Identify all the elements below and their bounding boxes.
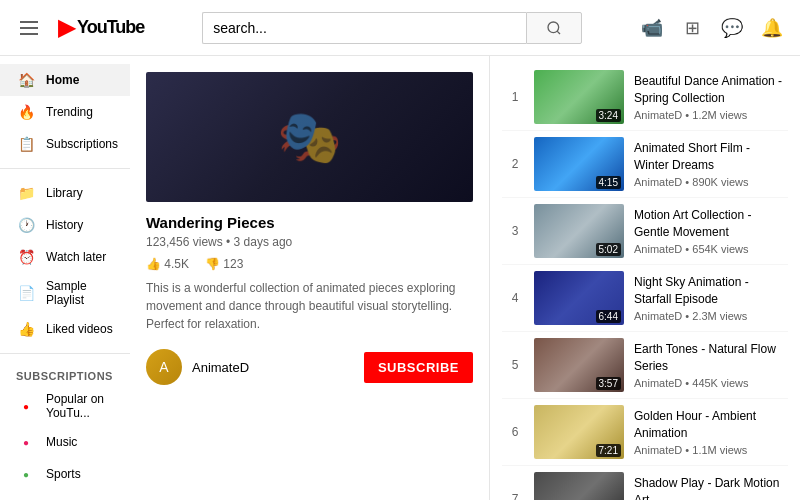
sidebar-item-sports[interactable]: ● Sports <box>0 458 130 490</box>
svg-point-0 <box>548 22 559 33</box>
main-video-meta: 👍 4.5K 👎 123 <box>146 257 473 271</box>
sidebar-item-library[interactable]: 📁 Library <box>0 177 130 209</box>
music-icon: ● <box>16 432 36 452</box>
svg-line-1 <box>557 31 560 34</box>
playlist-title: Earth Tones - Natural Flow Series <box>634 341 784 375</box>
subscriptions-section-title: SUBSCRIPTIONS <box>0 362 130 386</box>
header-right: 📹 ⊞ 💬 🔔 <box>640 16 784 40</box>
video-duration: 3:24 <box>596 109 621 122</box>
sports-icon: ● <box>16 464 36 484</box>
sidebar-item-home[interactable]: 🏠 Home <box>0 64 130 96</box>
sidebar-label-home: Home <box>46 73 79 87</box>
playlist-item[interactable]: 5 3:57 Earth Tones - Natural Flow Series… <box>502 332 788 399</box>
trending-icon: 🔥 <box>16 102 36 122</box>
playlist-item[interactable]: 4 6:44 Night Sky Animation - Starfall Ep… <box>502 265 788 332</box>
playlist-channel: AnimateD • 445K views <box>634 377 784 389</box>
watch-later-icon: ⏰ <box>16 247 36 267</box>
channel-name[interactable]: AnimateD <box>192 360 249 375</box>
notifications-icon[interactable]: 🔔 <box>760 16 784 40</box>
playlist-thumbnail: 4:38 <box>534 472 624 500</box>
dislike-count[interactable]: 👎 123 <box>205 257 243 271</box>
hamburger-menu[interactable] <box>16 17 42 39</box>
subscriptions-icon: 📋 <box>16 134 36 154</box>
sidebar-divider-1 <box>0 168 130 169</box>
playlist-thumbnail: 6:44 <box>534 271 624 325</box>
playlist-info: Earth Tones - Natural Flow Series Animat… <box>634 341 784 390</box>
sidebar-label-sample-playlist: Sample Playlist <box>46 279 114 307</box>
sidebar-label-library: Library <box>46 186 83 200</box>
playlist-title: Shadow Play - Dark Motion Art <box>634 475 784 500</box>
playlist-thumbnail: 7:21 <box>534 405 624 459</box>
main-video-title: Wandering Pieces <box>146 214 473 231</box>
playlist-item[interactable]: 2 4:15 Animated Short Film - Winter Drea… <box>502 131 788 198</box>
playlist-item[interactable]: 3 5:02 Motion Art Collection - Gentle Mo… <box>502 198 788 265</box>
home-icon: 🏠 <box>16 70 36 90</box>
search-bar <box>202 12 582 44</box>
playlist-title: Beautiful Dance Animation - Spring Colle… <box>634 73 784 107</box>
main-video-description: This is a wonderful collection of animat… <box>146 279 473 333</box>
playlist-title: Golden Hour - Ambient Animation <box>634 408 784 442</box>
video-duration: 5:02 <box>596 243 621 256</box>
playlist-number: 1 <box>506 90 524 104</box>
playlist-number: 7 <box>506 492 524 500</box>
playlist-panel: 1 3:24 Beautiful Dance Animation - Sprin… <box>490 56 800 500</box>
video-detail-panel: 🎭 Wandering Pieces 123,456 views • 3 day… <box>130 56 490 500</box>
youtube-icon: ▶ <box>58 15 75 41</box>
sidebar-label-music: Music <box>46 435 77 449</box>
header-left: ▶ YouTube <box>16 15 144 41</box>
playlist-thumbnail: 5:02 <box>534 204 624 258</box>
channel-avatar[interactable]: A <box>146 349 182 385</box>
playlist-thumbnail: 3:24 <box>534 70 624 124</box>
messages-icon[interactable]: 💬 <box>720 16 744 40</box>
main-video-stats: 123,456 views • 3 days ago <box>146 235 473 249</box>
sidebar-item-subscriptions[interactable]: 📋 Subscriptions <box>0 128 130 160</box>
playlist-item[interactable]: 1 3:24 Beautiful Dance Animation - Sprin… <box>502 64 788 131</box>
sidebar-label-popular: Popular on YouTu... <box>46 392 114 420</box>
history-icon: 🕐 <box>16 215 36 235</box>
apps-grid-icon[interactable]: ⊞ <box>680 16 704 40</box>
subscribe-button[interactable]: SUBSCRIBE <box>364 352 473 383</box>
sidebar-item-music[interactable]: ● Music <box>0 426 130 458</box>
search-button[interactable] <box>526 12 582 44</box>
playlist-number: 3 <box>506 224 524 238</box>
sidebar-label-subscriptions: Subscriptions <box>46 137 118 151</box>
playlist-number: 6 <box>506 425 524 439</box>
search-input[interactable] <box>202 12 526 44</box>
playlist-title: Motion Art Collection - Gentle Movement <box>634 207 784 241</box>
logo[interactable]: ▶ YouTube <box>58 15 144 41</box>
playlist-info: Motion Art Collection - Gentle Movement … <box>634 207 784 256</box>
video-duration: 6:44 <box>596 310 621 323</box>
thumb-decoration: 🎭 <box>277 107 342 168</box>
main-video-thumbnail[interactable]: 🎭 <box>146 72 473 202</box>
video-camera-icon[interactable]: 📹 <box>640 16 664 40</box>
sidebar-item-trending[interactable]: 🔥 Trending <box>0 96 130 128</box>
playlist-item[interactable]: 7 4:38 Shadow Play - Dark Motion Art Ani… <box>502 466 788 500</box>
sidebar-label-trending: Trending <box>46 105 93 119</box>
sidebar-item-popular[interactable]: ● Popular on YouTu... <box>0 386 130 426</box>
main-thumb-image: 🎭 <box>146 72 473 202</box>
video-duration: 4:15 <box>596 176 621 189</box>
playlist-number: 5 <box>506 358 524 372</box>
playlist-number: 2 <box>506 157 524 171</box>
sidebar-label-history: History <box>46 218 83 232</box>
playlist-thumbnail: 4:15 <box>534 137 624 191</box>
sidebar-item-sample-playlist[interactable]: 📄 Sample Playlist <box>0 273 130 313</box>
playlist-channel: AnimateD • 1.1M views <box>634 444 784 456</box>
sidebar-item-watch-later[interactable]: ⏰ Watch later <box>0 241 130 273</box>
liked-icon: 👍 <box>16 319 36 339</box>
sidebar-label-liked: Liked videos <box>46 322 113 336</box>
sidebar-item-history[interactable]: 🕐 History <box>0 209 130 241</box>
playlist-item[interactable]: 6 7:21 Golden Hour - Ambient Animation A… <box>502 399 788 466</box>
main-content: 🎭 Wandering Pieces 123,456 views • 3 day… <box>130 56 800 500</box>
search-icon <box>546 20 562 36</box>
channel-row: A AnimateD SUBSCRIBE <box>146 349 473 385</box>
playlist-title: Animated Short Film - Winter Dreams <box>634 140 784 174</box>
playlist-info: Shadow Play - Dark Motion Art AnimateD •… <box>634 475 784 500</box>
like-count[interactable]: 👍 4.5K <box>146 257 189 271</box>
main-layout: 🏠 Home 🔥 Trending 📋 Subscriptions 📁 Libr… <box>0 56 800 500</box>
sidebar-item-gaming[interactable]: ● Gaming <box>0 490 130 500</box>
logo-text: YouTube <box>77 17 144 38</box>
playlist-title: Night Sky Animation - Starfall Episode <box>634 274 784 308</box>
sidebar-item-liked-videos[interactable]: 👍 Liked videos <box>0 313 130 345</box>
sidebar-label-sports: Sports <box>46 467 81 481</box>
